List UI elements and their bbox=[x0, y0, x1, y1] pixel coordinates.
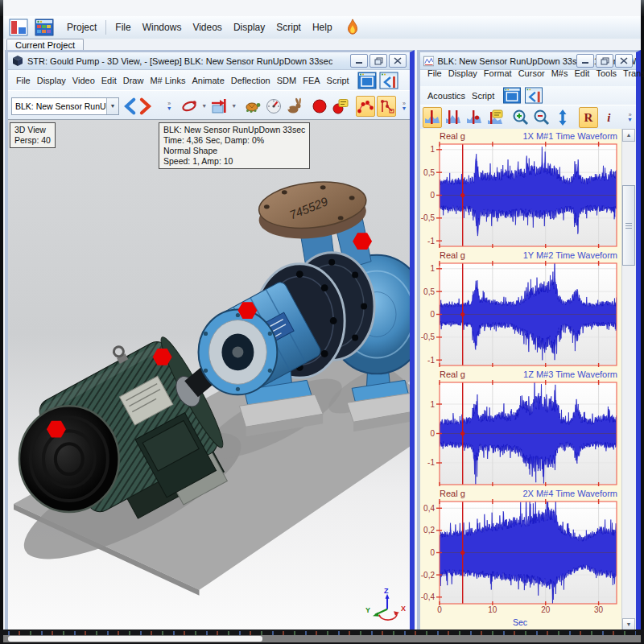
toolbar-overflow[interactable]: »▼ bbox=[400, 101, 408, 111]
chart-1x-m1: 10,50-0,5-1 Real g1X M#1 Time Waveform bbox=[420, 129, 620, 248]
chart-scrollbar[interactable]: ▲ ▼ bbox=[621, 129, 636, 631]
menu-item[interactable]: Script bbox=[469, 89, 497, 102]
menu-item[interactable]: Display bbox=[445, 67, 481, 89]
menu-item[interactable]: Format bbox=[481, 67, 515, 89]
flame-icon[interactable] bbox=[345, 19, 361, 36]
menu-item[interactable]: M#s bbox=[548, 67, 572, 89]
real-format-button[interactable]: R bbox=[579, 107, 598, 128]
dock-left-icon[interactable] bbox=[379, 72, 398, 89]
menu-item[interactable]: Display bbox=[34, 74, 69, 87]
menu-item[interactable]: Display bbox=[228, 19, 270, 35]
dual-cursor-button[interactable] bbox=[444, 107, 463, 128]
menu-item[interactable]: Video bbox=[69, 74, 98, 87]
speed-gauge-button[interactable] bbox=[264, 96, 283, 117]
menu-item[interactable]: Script bbox=[270, 19, 307, 35]
dock-left-icon[interactable] bbox=[524, 87, 543, 104]
chevron-down-icon[interactable]: ▼ bbox=[201, 104, 207, 109]
layout-view-icon[interactable] bbox=[8, 18, 29, 37]
chart-y-unit: Real g bbox=[440, 489, 465, 498]
scrollbar-thumb[interactable] bbox=[622, 185, 635, 266]
toolbar-overflow[interactable]: »▼ bbox=[625, 113, 634, 122]
waveform-plot[interactable]: 10,50-0,5-1 bbox=[420, 129, 620, 248]
menu-item[interactable]: Animate bbox=[188, 74, 227, 87]
menu-item[interactable]: Videos bbox=[187, 19, 227, 35]
menu-item[interactable]: Cursor bbox=[515, 67, 548, 89]
bottom-scrollbar[interactable] bbox=[3, 635, 641, 642]
menu-item[interactable]: Draw bbox=[120, 74, 147, 87]
menu-item[interactable]: Windows bbox=[137, 19, 188, 35]
previous-button[interactable] bbox=[123, 97, 138, 116]
waveform-plot[interactable]: 10,50-0,5-1 bbox=[420, 248, 620, 367]
svg-text:0,4: 0,4 bbox=[423, 504, 435, 513]
restore-button[interactable] bbox=[596, 54, 613, 68]
svg-text:-1: -1 bbox=[427, 237, 435, 246]
menu-item[interactable]: File bbox=[109, 19, 136, 35]
sweep-play-button[interactable] bbox=[209, 96, 229, 117]
mdi-client-area: Project FileWindowsVideosDisplayScriptHe… bbox=[3, 0, 641, 630]
waveform-chart-panel[interactable]: 10,50-0,5-1 Real g1X M#1 Time Waveform 1… bbox=[420, 129, 636, 631]
close-icon[interactable] bbox=[615, 54, 633, 68]
info-button[interactable]: i bbox=[600, 107, 619, 128]
window-3d-view[interactable]: STR: Gould Pump - 3D View, - [Sweep] BLK… bbox=[5, 50, 415, 634]
right-window-menu-row1: FileDisplayFormatCursorM#sEditToolsTrans… bbox=[420, 70, 636, 86]
fast-speed-rabbit-button[interactable] bbox=[285, 96, 304, 117]
zoom-out-button[interactable] bbox=[532, 107, 551, 128]
menu-item[interactable]: Deflection bbox=[228, 74, 274, 87]
maximize-view-icon[interactable] bbox=[502, 87, 522, 104]
menu-item[interactable]: File bbox=[13, 74, 34, 87]
close-icon[interactable] bbox=[389, 54, 407, 68]
svg-text:-1: -1 bbox=[427, 356, 435, 365]
menu-item[interactable]: FEA bbox=[299, 74, 323, 87]
record-button[interactable] bbox=[310, 96, 329, 117]
svg-text:0,5: 0,5 bbox=[423, 287, 435, 296]
sweep-tooltip: BLK: New Sensor RunUpDown 33sec Time: 4,… bbox=[159, 122, 310, 169]
peak-cursor-button[interactable] bbox=[464, 107, 484, 128]
zoom-in-button[interactable] bbox=[511, 107, 530, 128]
menu-item[interactable]: M# Links bbox=[147, 74, 188, 87]
scroll-up-icon[interactable]: ▲ bbox=[622, 129, 635, 142]
dataset-select[interactable]: BLK: New Sensor RunUpDown 3▼ bbox=[11, 97, 119, 115]
project-grid-icon[interactable] bbox=[34, 18, 55, 37]
machine-train-button[interactable] bbox=[377, 96, 396, 117]
menu-item[interactable]: Tools bbox=[592, 67, 620, 89]
menu-item[interactable]: Help bbox=[307, 19, 338, 35]
i-glyph: i bbox=[607, 111, 610, 125]
window-time-waveforms[interactable]: BLK: New Sensor RunUpDown 33sec - 12 Tim… bbox=[417, 50, 641, 634]
svg-text:1: 1 bbox=[430, 400, 435, 409]
chart-title: 1Y M#2 Time Waveform bbox=[523, 250, 617, 260]
minimize-button[interactable] bbox=[350, 54, 368, 68]
menu-item[interactable]: Script bbox=[324, 74, 353, 87]
menu-item[interactable]: File bbox=[424, 67, 445, 89]
annotate-cursor-button[interactable] bbox=[485, 107, 505, 128]
menu-item[interactable]: Transform bbox=[620, 67, 644, 89]
chart-title: 1X M#1 Time Waveform bbox=[522, 131, 617, 141]
x-tick-label: 0 bbox=[437, 605, 442, 614]
left-window-title-bar[interactable]: STR: Gould Pump - 3D View, - [Sweep] BLK… bbox=[8, 52, 410, 70]
restore-button[interactable] bbox=[369, 54, 387, 68]
next-button[interactable] bbox=[138, 97, 152, 116]
orbit-mode-button[interactable] bbox=[180, 96, 199, 117]
menu-item[interactable]: Edit bbox=[98, 74, 120, 87]
single-cursor-button[interactable] bbox=[423, 107, 442, 128]
x-tick-label: 20 bbox=[541, 605, 550, 614]
menu-separator bbox=[105, 20, 106, 35]
waveform-plot[interactable]: 0,40,20-0,2-0,4 bbox=[420, 486, 620, 605]
record-annotate-button[interactable] bbox=[331, 96, 350, 117]
r-glyph: R bbox=[584, 111, 592, 125]
x-axis-labels: 0102030 bbox=[420, 605, 620, 617]
3d-viewport[interactable]: 745529 bbox=[8, 119, 410, 631]
waveform-plot[interactable]: 10-1 bbox=[420, 367, 620, 486]
menu-item[interactable]: SDM bbox=[274, 74, 299, 87]
slow-speed-turtle-button[interactable] bbox=[243, 96, 262, 117]
menu-item[interactable]: Acoustics bbox=[424, 89, 469, 102]
toolbar-overflow[interactable]: »▼ bbox=[165, 101, 173, 111]
menu-item[interactable]: Project bbox=[61, 19, 102, 35]
menu-item[interactable]: Edit bbox=[571, 67, 592, 89]
svg-text:-0,4: -0,4 bbox=[421, 592, 436, 601]
autoscale-vertical-button[interactable] bbox=[553, 107, 572, 128]
shape-path-button[interactable] bbox=[356, 96, 375, 117]
chevron-down-icon[interactable]: ▼ bbox=[231, 104, 237, 109]
maximize-view-icon[interactable] bbox=[357, 72, 377, 89]
minimize-button[interactable] bbox=[576, 54, 594, 68]
right-window-title-bar[interactable]: BLK: New Sensor RunUpDown 33sec - 12 Tim… bbox=[420, 52, 636, 70]
